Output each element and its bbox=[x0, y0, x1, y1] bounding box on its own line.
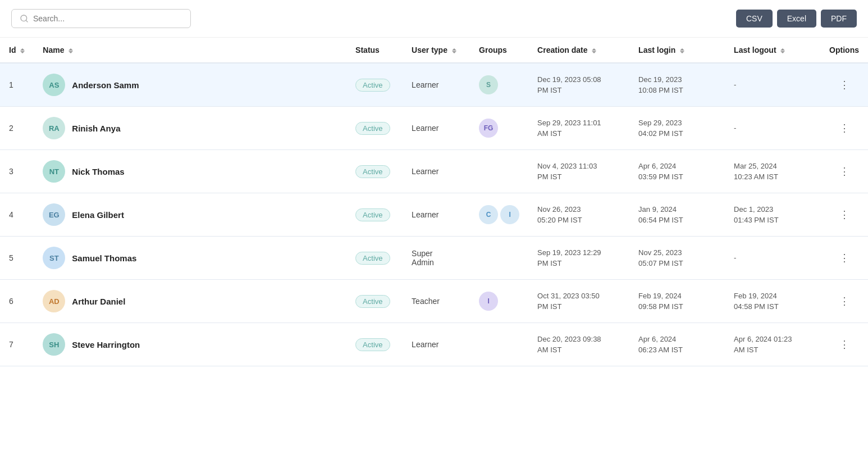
options-button[interactable]: ⋮ bbox=[835, 206, 854, 223]
cell-options: ⋮ bbox=[820, 150, 868, 193]
col-header-lastlogout[interactable]: Last logout bbox=[725, 38, 820, 63]
cell-groups: I bbox=[470, 280, 528, 323]
last-login: Nov 25, 2023 05:07 PM IST bbox=[638, 248, 683, 268]
user-type-label: Learner bbox=[412, 167, 438, 176]
cell-groups bbox=[470, 323, 528, 366]
options-button[interactable]: ⋮ bbox=[835, 249, 854, 266]
cell-options: ⋮ bbox=[820, 323, 868, 366]
cell-creation-date: Dec 20, 2023 09:38 AM IST bbox=[528, 323, 629, 366]
table-row: 3 NT Nick Thomas ActiveLearnerNov 4, 202… bbox=[0, 150, 868, 193]
user-type-label: Super Admin bbox=[412, 249, 434, 267]
col-header-usertype[interactable]: User type bbox=[403, 38, 470, 63]
col-header-status: Status bbox=[346, 38, 403, 63]
cell-creation-date: Dec 19, 2023 05:08 PM IST bbox=[528, 63, 629, 107]
export-buttons: CSV Excel PDF bbox=[736, 10, 857, 28]
last-logout: Mar 25, 2024 10:23 AM IST bbox=[734, 162, 778, 181]
cell-last-logout: - bbox=[725, 237, 820, 280]
cell-status: Active bbox=[346, 63, 403, 107]
options-button[interactable]: ⋮ bbox=[835, 293, 854, 310]
table-row: 5 ST Samuel Thomas ActiveSuper AdminSep … bbox=[0, 237, 868, 280]
cell-name: AS Anderson Samm bbox=[34, 63, 346, 107]
cell-options: ⋮ bbox=[820, 107, 868, 150]
cell-name: EG Elena Gilbert bbox=[34, 193, 346, 237]
avatar: RA bbox=[43, 117, 65, 139]
last-logout: Dec 1, 2023 01:43 PM IST bbox=[734, 205, 778, 225]
user-type-label: Learner bbox=[412, 124, 438, 133]
search-icon bbox=[20, 14, 29, 23]
cell-last-logout: Feb 19, 2024 04:58 PM IST bbox=[725, 280, 820, 323]
options-button[interactable]: ⋮ bbox=[835, 163, 854, 180]
last-logout: Apr 6, 2024 01:23 AM IST bbox=[734, 335, 792, 355]
cell-name: ST Samuel Thomas bbox=[34, 237, 346, 280]
csv-button[interactable]: CSV bbox=[736, 10, 773, 28]
cell-name: NT Nick Thomas bbox=[34, 150, 346, 193]
user-name: Samuel Thomas bbox=[72, 253, 136, 263]
cell-id: 1 bbox=[0, 63, 34, 107]
search-box[interactable] bbox=[11, 9, 191, 28]
creation-date: Sep 19, 2023 12:29 PM IST bbox=[537, 248, 601, 268]
user-name: Anderson Samm bbox=[72, 80, 139, 90]
col-header-creation[interactable]: Creation date bbox=[528, 38, 629, 63]
cell-id: 7 bbox=[0, 323, 34, 366]
status-badge: Active bbox=[355, 338, 390, 351]
options-button[interactable]: ⋮ bbox=[835, 336, 854, 353]
status-badge: Active bbox=[355, 79, 390, 92]
table-row: 4 EG Elena Gilbert ActiveLearnerCINov 26… bbox=[0, 193, 868, 237]
options-button[interactable]: ⋮ bbox=[835, 120, 854, 137]
avatar: EG bbox=[43, 203, 65, 226]
user-name: Arthur Daniel bbox=[72, 297, 125, 306]
cell-creation-date: Oct 31, 2023 03:50 PM IST bbox=[528, 280, 629, 323]
cell-id: 3 bbox=[0, 150, 34, 193]
user-name: Rinish Anya bbox=[72, 124, 120, 133]
cell-id: 5 bbox=[0, 237, 34, 280]
col-header-name[interactable]: Name bbox=[34, 38, 346, 63]
creation-date: Dec 20, 2023 09:38 AM IST bbox=[537, 335, 601, 355]
cell-creation-date: Sep 19, 2023 12:29 PM IST bbox=[528, 237, 629, 280]
cell-options: ⋮ bbox=[820, 237, 868, 280]
search-input[interactable] bbox=[33, 14, 182, 23]
user-type-label: Learner bbox=[412, 80, 438, 89]
user-name: Steve Harrington bbox=[72, 340, 140, 349]
cell-last-logout: Dec 1, 2023 01:43 PM IST bbox=[725, 193, 820, 237]
cell-options: ⋮ bbox=[820, 193, 868, 237]
cell-last-login: Apr 6, 2024 06:23 AM IST bbox=[629, 323, 725, 366]
status-badge: Active bbox=[355, 165, 390, 178]
cell-last-login: Nov 25, 2023 05:07 PM IST bbox=[629, 237, 725, 280]
group-badge: FG bbox=[479, 119, 498, 138]
last-login: Jan 9, 2024 06:54 PM IST bbox=[638, 205, 683, 225]
avatar: AD bbox=[43, 290, 65, 312]
cell-last-login: Feb 19, 2024 09:58 PM IST bbox=[629, 280, 725, 323]
user-type-label: Learner bbox=[412, 340, 438, 349]
table-row: 7 SH Steve Harrington ActiveLearnerDec 2… bbox=[0, 323, 868, 366]
last-login: Apr 6, 2024 03:59 PM IST bbox=[638, 162, 683, 181]
col-header-id[interactable]: Id bbox=[0, 38, 34, 63]
creation-date: Nov 26, 2023 05:20 PM IST bbox=[537, 205, 582, 225]
cell-status: Active bbox=[346, 193, 403, 237]
table-row: 2 RA Rinish Anya ActiveLearnerFGSep 29, … bbox=[0, 107, 868, 150]
group-badge: S bbox=[479, 75, 498, 94]
avatar: SH bbox=[43, 333, 65, 356]
last-login: Feb 19, 2024 09:58 PM IST bbox=[638, 292, 683, 311]
cell-name: AD Arthur Daniel bbox=[34, 280, 346, 323]
last-login: Sep 29, 2023 04:02 PM IST bbox=[638, 119, 683, 138]
cell-options: ⋮ bbox=[820, 280, 868, 323]
last-logout: - bbox=[734, 80, 736, 89]
pdf-button[interactable]: PDF bbox=[821, 10, 857, 28]
options-button[interactable]: ⋮ bbox=[835, 76, 854, 93]
excel-button[interactable]: Excel bbox=[777, 10, 816, 28]
cell-usertype: Learner bbox=[403, 107, 470, 150]
status-badge: Active bbox=[355, 122, 390, 135]
sort-icon-creation bbox=[592, 48, 596, 53]
cell-groups bbox=[470, 237, 528, 280]
col-header-lastlogin[interactable]: Last login bbox=[629, 38, 725, 63]
creation-date: Nov 4, 2023 11:03 PM IST bbox=[537, 162, 597, 181]
sort-icon-usertype bbox=[452, 48, 456, 53]
col-header-groups: Groups bbox=[470, 38, 528, 63]
cell-last-logout: - bbox=[725, 63, 820, 107]
table-body: 1 AS Anderson Samm ActiveLearnerSDec 19,… bbox=[0, 63, 868, 366]
last-logout: - bbox=[734, 253, 736, 262]
last-login: Dec 19, 2023 10:08 PM IST bbox=[638, 75, 683, 95]
cell-name: RA Rinish Anya bbox=[34, 107, 346, 150]
last-logout: - bbox=[734, 124, 736, 132]
cell-last-login: Apr 6, 2024 03:59 PM IST bbox=[629, 150, 725, 193]
